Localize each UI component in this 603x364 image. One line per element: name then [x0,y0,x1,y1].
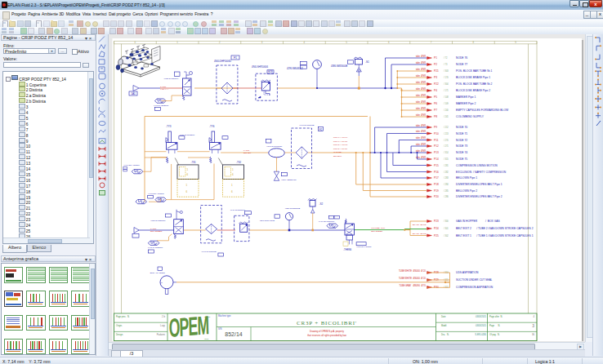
svg-text:tube Ø9/8: tube Ø9/8 [416,87,427,91]
svg-text:COLOMBINO SUPPLY: COLOMBINO SUPPLY [456,115,485,118]
svg-text:S-E95.0284: S-E95.0284 [475,333,486,336]
svg-text:P20: P20 [434,195,439,198]
svg-text:tube Ø9/8: tube Ø9/8 [416,81,427,84]
svg-text:P11: P11 [434,139,439,142]
svg-text:P15: P15 [434,164,439,167]
svg-text:COMPRESSION ASPIRATION: COMPRESSION ASPIRATION [456,286,494,289]
svg-text:NODE 71: NODE 71 [456,132,467,135]
svg-text:NODE 74: NODE 74 [456,151,467,154]
svg-text:P24: P24 [434,227,439,230]
svg-text:-TS2: -TS2 [236,161,242,164]
svg-text:NODE 72: NODE 72 [456,139,467,142]
svg-text:Padarini: Padarini [157,333,166,336]
svg-text:Modif.: Modif. [441,324,447,327]
svg-text:03/03/2015: 03/03/2015 [476,324,487,327]
svg-text:P7: P7 [434,109,437,112]
svg-text:4980.SHS50006: 4980.SHS50006 [150,220,166,222]
svg-text:COMPRESSION LINING MOTION: COMPRESSION LINING MOTION [456,164,498,167]
svg-text:P3: P3 [434,76,437,79]
svg-text:4940.SHR53606: 4940.SHR53606 [230,209,245,211]
svg-text:P6: P6 [434,102,437,105]
svg-text:NODE 75: NODE 75 [456,158,467,161]
svg-text:4-10 (A.): 4-10 (A.) [160,88,168,91]
svg-text:/ 284: / 284 [444,183,449,186]
svg-text:Pipe 2 (-) on P5: Pipe 2 (-) on P5 [333,148,347,150]
svg-text:1A1: 1A1 [131,92,136,95]
svg-text:P13: P13 [434,151,439,154]
svg-text:LA100: LA100 [150,228,157,230]
svg-text:/ 314: / 314 [444,151,449,154]
svg-text:BLACK Ø9/12: BLACK Ø9/12 [413,233,427,235]
svg-text:P19: P19 [434,189,439,193]
svg-text:/ 241: / 241 [444,115,449,118]
svg-text:P4: P4 [434,89,437,92]
svg-text:/ 301: / 301 [444,227,449,230]
svg-text:4940.DHF5006D: 4940.DHF5006D [214,60,231,63]
svg-text:4700.AB32PF38: 4700.AB32PF38 [281,179,297,181]
svg-text:P18: P18 [434,183,439,186]
svg-text:F1: F1 [234,56,237,60]
svg-text:tube Ø9/8: tube Ø9/8 [416,68,427,71]
svg-text:4440.SM.AN0500: 4440.SM.AN0500 [148,193,164,195]
svg-text:Page prec. N.: Page prec. N. [116,315,130,318]
svg-text:/ 302: / 302 [444,234,449,237]
svg-text:4440.PASN2000: 4440.PASN2000 [148,246,163,249]
svg-text:Date: Date [441,315,446,318]
svg-text:Page after N.: Page after N. [489,315,502,318]
svg-text:-THEN6: -THEN6 [343,248,352,251]
svg-text:4980.SHS5000A: 4980.SHS5000A [163,78,179,80]
svg-text:/ 213: / 213 [444,132,449,135]
svg-text:4386.SM35600B: 4386.SM35600B [331,64,347,68]
svg-text:tube Ø9/8: tube Ø9/8 [416,136,427,140]
svg-text:BELT EXIT 1 / TUBE 1 /GA: BELT EXIT 1 / TUBE 1 /GAS DOWN STROKE CA… [456,234,534,237]
svg-text:(1-2 TuB): (1-2 TuB) [333,151,342,153]
svg-text:/ 108: / 108 [444,95,449,99]
svg-text:tube Ø9/8: tube Ø9/8 [416,55,427,58]
svg-text:tube Ø9/8: tube Ø9/8 [416,100,427,104]
svg-text:F2: F2 [319,128,323,131]
svg-text:P2: P2 [434,63,437,66]
svg-text:Ø10 GREEN: Ø10 GREEN [150,230,163,233]
svg-text:TUBE WHITE Ø30/40 Ø 20: TUBE WHITE Ø30/40 Ø 20 [399,269,427,273]
svg-text:MARKER Pipe 1: MARKER Pipe 1 [456,95,476,99]
svg-text:OPEM: OPEM [168,311,208,342]
svg-text:4380.SM35300B: 4380.SM35300B [285,207,301,210]
svg-text:/ 72: / 72 [444,56,448,60]
svg-text:SUCTION UNDER CUT SEAL: SUCTION UNDER CUT SEAL [456,278,493,282]
svg-text:03/03/2015: 03/03/2015 [476,315,487,318]
svg-text:4940.SHF5006D: 4940.SHF5006D [201,251,217,253]
svg-text:NODE 70: NODE 70 [456,126,467,129]
svg-text:TUBE GRAY Ø80/90 Ø 70: TUBE GRAY Ø80/90 Ø 70 [399,284,426,287]
svg-text:2100.ASA62388: 2100.ASA62388 [150,272,165,274]
svg-text:P16: P16 [434,171,439,174]
svg-text:Ø10 Blu: Ø10 Blu [243,152,252,154]
svg-text:-TY6: -TY6 [209,125,215,128]
svg-text:Page N.: Page N. [489,324,500,327]
svg-text:BELT EXIT 2 / TUBE 2 /GA: BELT EXIT 2 / TUBE 2 /GAS DOWN STROKE CA… [456,227,534,230]
svg-text:UDS ASPIRATION: UDS ASPIRATION [456,271,479,274]
svg-text:P9: P9 [434,126,437,129]
svg-text:/ 282: / 282 [444,171,449,174]
svg-text:3: 3 [532,323,534,328]
svg-text:/ 285: / 285 [444,189,449,193]
svg-text:P10: P10 [434,132,439,135]
svg-text:NODE 77: NODE 77 [456,63,467,66]
svg-text:BLOCK DISK BRAKE Pipe 1: BLOCK DISK BRAKE Pipe 1 [456,76,490,79]
svg-text:P8: P8 [434,115,437,118]
svg-text:GAS IN HOPPER / BOX: GAS IN HOPPER / BOX GAS [456,220,500,223]
svg-text:P23: P23 [434,220,439,223]
svg-text:/ 315: / 315 [444,158,449,161]
svg-text:DIVERTER ENVELOPES BELT Pipe 2: DIVERTER ENVELOPES BELT Pipe 2 [456,195,502,198]
svg-text:tube Ø9/8: tube Ø9/8 [416,74,427,78]
svg-text:tube Ø9/8: tube Ø9/8 [416,113,427,117]
svg-text:4440.SM.SN0600: 4440.SM.SN0600 [318,220,334,223]
svg-text:Pipe 1 (+) on P4: Pipe 1 (+) on P4 [333,136,348,139]
svg-text:P12: P12 [434,144,439,148]
svg-text:Pipe 2 (+) on P6: Pipe 2 (+) on P6 [333,144,348,146]
svg-text:-M: -M [160,282,163,284]
svg-text:tube Ø9/8: tube Ø9/8 [416,107,427,110]
svg-text:/ 271: / 271 [444,144,449,148]
svg-text:NODE 76: NODE 76 [456,56,467,60]
svg-text:852/14: 852/14 [225,331,243,337]
svg-text:-S1: -S1 [365,60,369,64]
